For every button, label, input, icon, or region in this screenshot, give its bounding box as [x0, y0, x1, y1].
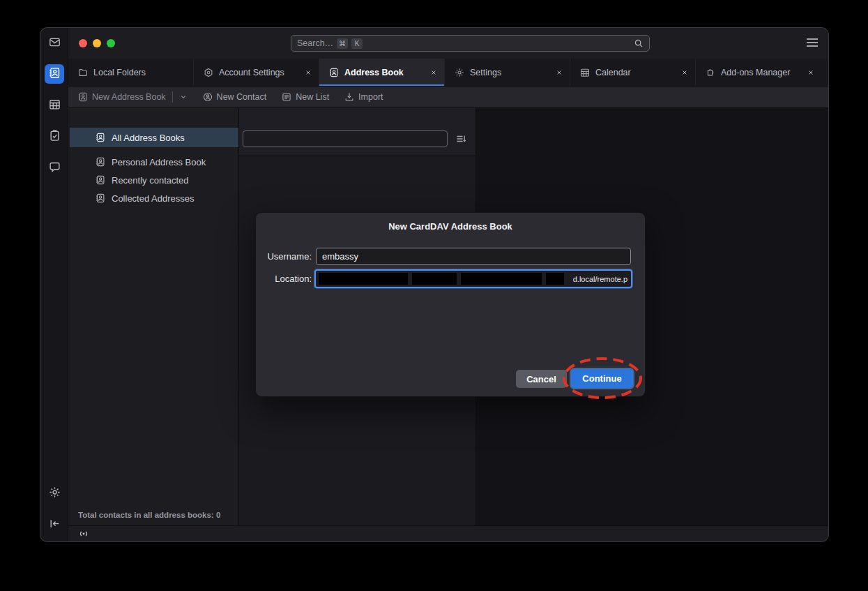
- search-placeholder: Search…: [297, 38, 333, 48]
- close-tab-button[interactable]: [305, 69, 312, 76]
- redaction-bar: [319, 273, 408, 285]
- menu-icon: [806, 38, 818, 50]
- thunderbird-window: Search… ⌘ K Local Folders Acc: [40, 28, 828, 541]
- address-book-item-all[interactable]: All Address Books: [70, 128, 238, 147]
- address-book-item-recent[interactable]: Recently contacted: [70, 171, 238, 189]
- continue-button[interactable]: Continue: [571, 369, 633, 388]
- tab-label: Calendar: [595, 68, 631, 77]
- app-menu-button[interactable]: [806, 38, 818, 50]
- redaction-bar: [461, 273, 542, 285]
- address-book-toolbar: New Address Book New Contact New List Im…: [68, 87, 828, 108]
- address-book-icon: [96, 157, 105, 167]
- redaction-bar: [412, 273, 457, 285]
- dialog-title: New CardDAV Address Book: [256, 221, 645, 232]
- address-book-label: Personal Address Book: [112, 157, 206, 167]
- address-book-item-collected[interactable]: Collected Addresses: [70, 189, 238, 207]
- new-contact-label: New Contact: [217, 92, 267, 102]
- address-book-label: All Address Books: [112, 133, 185, 143]
- new-list-label: New List: [296, 92, 329, 102]
- k-keycap: K: [351, 38, 363, 49]
- location-visible-text: d.local/remote.p: [573, 271, 627, 287]
- import-label: Import: [358, 92, 383, 102]
- gear-icon: [49, 486, 61, 501]
- close-tab-button[interactable]: [556, 69, 563, 76]
- address-book-item-personal[interactable]: Personal Address Book: [70, 153, 238, 171]
- sort-icon[interactable]: [455, 133, 466, 147]
- new-list-button[interactable]: New List: [282, 92, 329, 102]
- new-address-book-button[interactable]: New Address Book: [78, 91, 188, 103]
- spaces-settings-button[interactable]: [45, 484, 64, 503]
- tab-label: Account Settings: [219, 68, 284, 77]
- tasks-icon: [49, 130, 61, 144]
- tab-calendar[interactable]: Calendar: [570, 59, 696, 86]
- tab-label: Settings: [470, 68, 501, 77]
- settings-gear-icon: [455, 68, 464, 77]
- tab-label: Add-ons Manager: [721, 68, 790, 77]
- location-label: Location:: [256, 269, 312, 288]
- close-tab-button[interactable]: [807, 69, 814, 76]
- calendar-icon: [580, 68, 590, 77]
- cancel-button[interactable]: Cancel: [516, 370, 567, 388]
- space-calendar-button[interactable]: [45, 96, 64, 115]
- collapse-spaces-button[interactable]: [45, 515, 64, 534]
- new-contact-button[interactable]: New Contact: [203, 92, 267, 102]
- broadcast-icon: [77, 529, 90, 541]
- import-button[interactable]: Import: [344, 92, 383, 102]
- space-address-book-button[interactable]: [45, 64, 64, 84]
- desktop: Search… ⌘ K Local Folders Acc: [0, 0, 868, 591]
- tab-account-settings[interactable]: Account Settings: [194, 59, 319, 86]
- status-bar: [68, 525, 828, 541]
- new-carddav-dialog: New CardDAV Address Book Username: Locat…: [256, 213, 645, 396]
- addons-puzzle-icon: [706, 68, 715, 77]
- address-book-icon: [329, 68, 339, 77]
- command-keycap: ⌘: [337, 38, 348, 49]
- close-tab-button[interactable]: [430, 69, 437, 76]
- chevron-down-icon[interactable]: [179, 93, 188, 101]
- redaction-bar: [546, 273, 564, 285]
- tab-local-folders[interactable]: Local Folders: [68, 59, 194, 86]
- tab-address-book[interactable]: Address Book: [319, 59, 445, 86]
- tab-addons-manager[interactable]: Add-ons Manager: [696, 59, 821, 86]
- tab-label: Address Book: [344, 68, 404, 77]
- address-book-icon: [49, 67, 61, 82]
- tab-settings[interactable]: Settings: [445, 59, 570, 86]
- close-tab-button[interactable]: [681, 69, 688, 76]
- global-search-input[interactable]: Search… ⌘ K: [291, 35, 650, 52]
- zoom-window-button[interactable]: [107, 39, 115, 47]
- new-contact-icon: [203, 92, 213, 102]
- collapse-sidebar-icon: [49, 518, 61, 532]
- spaces-toolbar: [40, 28, 68, 541]
- tab-label: Local Folders: [93, 68, 146, 77]
- address-book-icon: [78, 92, 88, 102]
- tab-bar: Local Folders Account Settings Address B…: [68, 59, 828, 87]
- search-icon: [634, 38, 644, 48]
- address-book-icon: [96, 133, 105, 142]
- address-book-label: Recently contacted: [112, 175, 189, 186]
- folder-icon: [78, 68, 88, 77]
- username-field[interactable]: [316, 248, 631, 265]
- address-book-icon: [96, 193, 105, 203]
- space-tasks-button[interactable]: [45, 127, 64, 147]
- contacts-search-input[interactable]: [243, 130, 448, 147]
- minimize-window-button[interactable]: [93, 39, 101, 47]
- address-book-label: Collected Addresses: [112, 193, 195, 204]
- new-address-book-label: New Address Book: [92, 92, 166, 102]
- username-label: Username:: [256, 248, 312, 265]
- calendar-icon: [49, 98, 61, 113]
- total-contacts-status: Total contacts in all address books: 0: [78, 511, 220, 519]
- import-icon: [344, 92, 354, 102]
- address-book-icon: [96, 175, 105, 185]
- space-mail-button[interactable]: [45, 33, 64, 53]
- location-field[interactable]: d.local/remote.p: [314, 269, 632, 288]
- divider: [172, 91, 173, 103]
- mail-icon: [49, 36, 61, 51]
- account-settings-icon: [204, 68, 213, 77]
- new-list-icon: [282, 92, 291, 102]
- titlebar: Search… ⌘ K: [68, 28, 828, 59]
- close-window-button[interactable]: [79, 39, 87, 47]
- space-chat-button[interactable]: [45, 158, 64, 178]
- address-books-pane: All Address Books Personal Address Book …: [70, 108, 238, 525]
- chat-icon: [49, 161, 61, 176]
